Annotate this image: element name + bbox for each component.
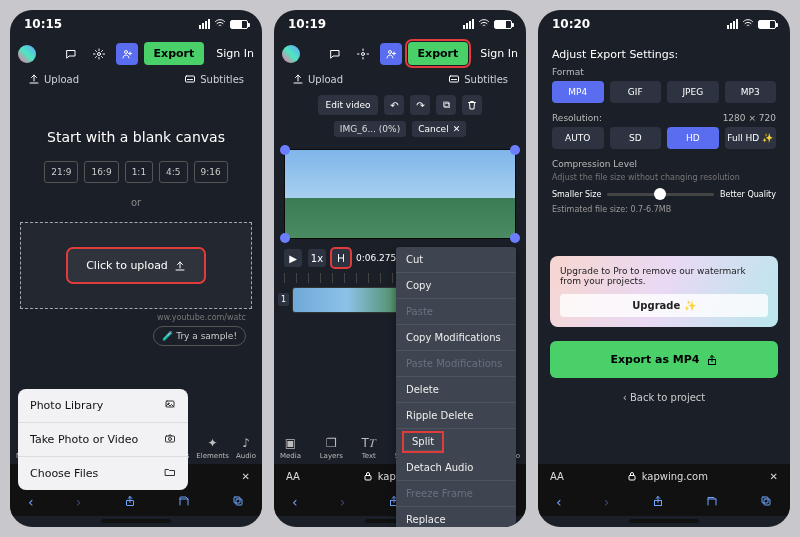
nav-back[interactable]: ‹ — [292, 494, 298, 510]
undo-icon[interactable]: ↶ — [384, 95, 404, 115]
ctx-replace[interactable]: Replace — [396, 507, 516, 527]
ctx-detach-audio[interactable]: Detach Audio — [396, 455, 516, 481]
format-mp4[interactable]: MP4 — [552, 81, 604, 103]
gear-icon[interactable] — [88, 43, 110, 65]
compression-desc: Adjust the file size without changing re… — [538, 173, 790, 190]
click-to-upload-button[interactable]: Click to upload — [68, 249, 204, 282]
ctx-split[interactable]: Split — [404, 433, 442, 451]
close-icon[interactable]: ✕ — [242, 471, 250, 482]
back-to-project-link[interactable]: ‹ Back to project — [538, 382, 790, 413]
nav-back[interactable]: ‹ — [556, 494, 562, 510]
trash-icon[interactable] — [462, 95, 482, 115]
nav-forward[interactable]: › — [340, 494, 346, 510]
export-button[interactable]: Export — [144, 42, 205, 65]
text-size-button[interactable]: AA — [550, 471, 564, 482]
svg-rect-21 — [762, 497, 768, 503]
kapwing-logo[interactable] — [282, 45, 300, 63]
export-as-mp4-button[interactable]: Export as MP4 — [550, 341, 778, 378]
split-button[interactable] — [332, 249, 350, 267]
upload-button[interactable]: Upload — [28, 73, 79, 85]
ctx-ripple-delete[interactable]: Ripple Delete — [396, 403, 516, 429]
tool-text[interactable]: T𝑇Text — [362, 436, 376, 460]
add-person-icon[interactable] — [116, 43, 138, 65]
compression-slider[interactable] — [607, 193, 714, 196]
export-button[interactable]: Export — [408, 42, 469, 65]
add-person-icon[interactable] — [380, 43, 402, 65]
speed-button[interactable]: 1x — [308, 249, 326, 267]
slider-thumb[interactable] — [654, 188, 666, 200]
export-icon — [706, 354, 718, 366]
ratio-4-5[interactable]: 4:5 — [159, 161, 187, 183]
ctx-copy[interactable]: Copy — [396, 273, 516, 299]
tool-layers[interactable]: ❐Layers — [320, 436, 343, 460]
bookmarks-icon[interactable] — [178, 494, 190, 510]
sheet-choose-files[interactable]: Choose Files — [18, 457, 188, 490]
tabs-icon[interactable] — [760, 494, 772, 510]
gear-icon[interactable] — [352, 43, 374, 65]
text-size-button[interactable]: AA — [286, 471, 300, 482]
cancel-upload-button[interactable]: Cancel✕ — [412, 121, 466, 137]
chat-icon[interactable] — [324, 43, 346, 65]
nav-forward[interactable]: › — [76, 494, 82, 510]
play-button[interactable]: ▶ — [284, 249, 302, 267]
nav-forward[interactable]: › — [604, 494, 610, 510]
ratio-16-9[interactable]: 16:9 — [84, 161, 118, 183]
tool-audio[interactable]: ♪Audio — [236, 436, 256, 460]
canvas-preview[interactable] — [284, 149, 516, 239]
resize-handle[interactable] — [280, 233, 290, 243]
close-icon[interactable]: ✕ — [770, 471, 778, 482]
status-right — [199, 17, 248, 32]
ratio-9-16[interactable]: 9:16 — [194, 161, 228, 183]
subtitles-button[interactable]: Subtitles — [184, 73, 244, 85]
resize-handle[interactable] — [510, 145, 520, 155]
url-bar[interactable]: kapwing.com — [572, 470, 762, 482]
svg-point-6 — [169, 438, 172, 441]
share-icon[interactable] — [124, 494, 136, 510]
res-fullhd[interactable]: Full HD ✨ — [725, 127, 777, 149]
share-icon[interactable] — [652, 494, 664, 510]
svg-rect-14 — [365, 476, 371, 481]
clock: 10:15 — [24, 17, 62, 31]
kapwing-logo[interactable] — [18, 45, 36, 63]
signin-link[interactable]: Sign In — [216, 47, 254, 60]
format-gif[interactable]: GIF — [610, 81, 662, 103]
home-indicator[interactable] — [629, 519, 699, 523]
resize-handle[interactable] — [280, 145, 290, 155]
sheet-take-photo[interactable]: Take Photo or Video — [18, 423, 188, 457]
try-sample-button[interactable]: 🧪 Try a sample! — [153, 326, 246, 346]
signal-icon — [199, 19, 210, 29]
ratio-21-9[interactable]: 21:9 — [44, 161, 78, 183]
ctx-delete[interactable]: Delete — [396, 377, 516, 403]
format-mp3[interactable]: MP3 — [725, 81, 777, 103]
nav-back[interactable]: ‹ — [28, 494, 34, 510]
upgrade-button[interactable]: Upgrade ✨ — [560, 294, 768, 317]
resize-handle[interactable] — [510, 233, 520, 243]
youtube-url-field[interactable]: ww.youtube.com/watc — [10, 309, 262, 326]
res-sd[interactable]: SD — [610, 127, 662, 149]
ratio-1-1[interactable]: 1:1 — [125, 161, 153, 183]
redo-icon[interactable]: ↷ — [410, 95, 430, 115]
ctx-copy-mods[interactable]: Copy Modifications — [396, 325, 516, 351]
subtitles-button[interactable]: Subtitles — [448, 73, 508, 85]
or-divider: or — [10, 197, 262, 208]
chat-icon[interactable] — [60, 43, 82, 65]
format-segment: MP4 GIF JPEG MP3 — [538, 81, 790, 113]
sheet-photo-library[interactable]: Photo Library — [18, 389, 188, 423]
tool-media[interactable]: ▣Media — [280, 436, 301, 460]
upload-dropzone[interactable]: Click to upload — [20, 222, 252, 309]
res-hd[interactable]: HD — [667, 127, 719, 149]
signin-link[interactable]: Sign In — [480, 47, 518, 60]
upload-button[interactable]: Upload — [292, 73, 343, 85]
format-jpeg[interactable]: JPEG — [667, 81, 719, 103]
home-indicator[interactable] — [101, 519, 171, 523]
tool-elements[interactable]: ✦Elements — [196, 436, 229, 460]
bookmarks-icon[interactable] — [706, 494, 718, 510]
ctx-cut[interactable]: Cut — [396, 247, 516, 273]
aspect-ratios: 21:9 16:9 1:1 4:5 9:16 — [10, 161, 262, 183]
res-auto[interactable]: AUTO — [552, 127, 604, 149]
resolution-segment: AUTO SD HD Full HD ✨ — [538, 127, 790, 159]
copy-icon[interactable]: ⧉ — [436, 95, 456, 115]
tabs-icon[interactable] — [232, 494, 244, 510]
edit-video-button[interactable]: Edit video — [318, 95, 379, 115]
status-bar: 10:19 — [274, 10, 526, 38]
